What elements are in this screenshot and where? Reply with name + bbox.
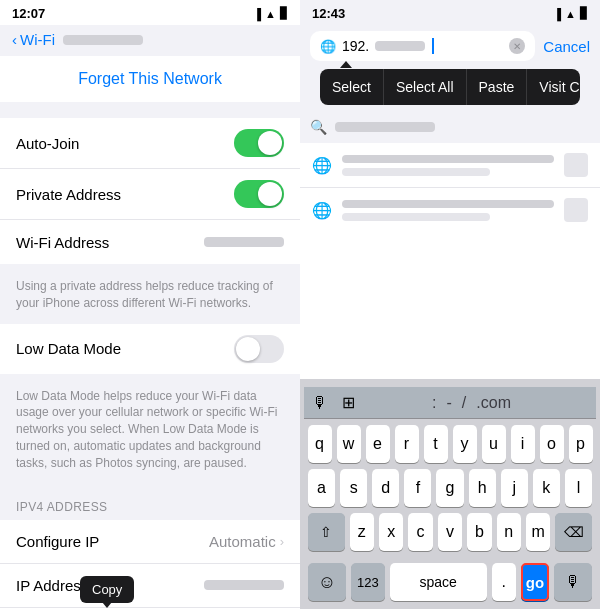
slash-key[interactable]: / bbox=[462, 394, 466, 412]
browser-row-1[interactable]: 🌐 bbox=[300, 143, 600, 188]
key-s[interactable]: s bbox=[340, 469, 367, 507]
search-icon: 🔍 bbox=[310, 119, 327, 135]
browser-title-2 bbox=[342, 213, 490, 221]
key-e[interactable]: e bbox=[366, 425, 390, 463]
browser-url-2 bbox=[342, 200, 554, 208]
dotcom-key[interactable]: .com bbox=[476, 394, 511, 412]
ip-address-value bbox=[204, 580, 284, 590]
browser-content-2 bbox=[342, 200, 554, 221]
address-input[interactable]: 🌐 192. ✕ bbox=[310, 31, 535, 61]
private-address-row: Private Address bbox=[0, 169, 300, 220]
ctx-select[interactable]: Select bbox=[320, 69, 384, 105]
grid-toolbar-icon[interactable]: ⊞ bbox=[342, 393, 355, 412]
key-h[interactable]: h bbox=[469, 469, 496, 507]
key-m[interactable]: m bbox=[526, 513, 550, 551]
private-address-desc: Using a private address helps reduce tra… bbox=[0, 272, 300, 324]
private-address-label: Private Address bbox=[16, 186, 121, 203]
cancel-button[interactable]: Cancel bbox=[543, 38, 590, 55]
browser-content-1 bbox=[342, 155, 554, 176]
shift-key[interactable]: ⇧ bbox=[308, 513, 345, 551]
key-f[interactable]: f bbox=[404, 469, 431, 507]
ctx-visit-link[interactable]: Visit Copied Link bbox=[527, 69, 580, 105]
kb-toolbar-mid: : - / .com bbox=[432, 394, 511, 412]
key-c[interactable]: c bbox=[408, 513, 432, 551]
space-key[interactable]: space bbox=[390, 563, 487, 601]
key-a[interactable]: a bbox=[308, 469, 335, 507]
browser-row-2[interactable]: 🌐 bbox=[300, 188, 600, 232]
key-w[interactable]: w bbox=[337, 425, 361, 463]
key-g[interactable]: g bbox=[436, 469, 463, 507]
status-bar-left: 12:07 ▐ ▲ ▊ bbox=[0, 0, 300, 25]
back-button[interactable]: ‹ Wi-Fi bbox=[12, 31, 55, 48]
kb-bottom-row: ☺ 123 space . go 🎙 bbox=[304, 563, 596, 605]
key-n[interactable]: n bbox=[497, 513, 521, 551]
ctx-paste[interactable]: Paste bbox=[467, 69, 528, 105]
wifi-address-row: Wi-Fi Address bbox=[0, 220, 300, 264]
numbers-key[interactable]: 123 bbox=[351, 563, 385, 601]
ipv4-header: IPV4 ADDRESS bbox=[0, 484, 300, 520]
kb-toolbar-left: 🎙 ⊞ bbox=[312, 393, 355, 412]
configure-ip-value: Automatic › bbox=[209, 533, 284, 550]
context-menu: Select Select All Paste Visit Copied Lin… bbox=[320, 69, 580, 105]
colon-key[interactable]: : bbox=[432, 394, 436, 412]
keyboard-toolbar: 🎙 ⊞ : - / .com bbox=[304, 387, 596, 419]
key-d[interactable]: d bbox=[372, 469, 399, 507]
dash-key[interactable]: - bbox=[447, 394, 452, 412]
clear-button[interactable]: ✕ bbox=[509, 38, 525, 54]
mic-key[interactable]: 🎙 bbox=[554, 563, 592, 601]
key-j[interactable]: j bbox=[501, 469, 528, 507]
emoji-key[interactable]: ☺ bbox=[308, 563, 346, 601]
search-section: 🔍 bbox=[300, 111, 600, 143]
mic-toolbar-icon[interactable]: 🎙 bbox=[312, 394, 328, 412]
forget-network-button[interactable]: Forget This Network bbox=[0, 56, 300, 102]
copy-tooltip[interactable]: Copy bbox=[80, 576, 134, 603]
key-x[interactable]: x bbox=[379, 513, 403, 551]
context-menu-container: Select Select All Paste Visit Copied Lin… bbox=[310, 67, 590, 107]
key-z[interactable]: z bbox=[350, 513, 374, 551]
configure-ip-label: Configure IP bbox=[16, 533, 99, 550]
key-v[interactable]: v bbox=[438, 513, 462, 551]
low-data-desc: Low Data Mode helps reduce your Wi-Fi da… bbox=[0, 382, 300, 484]
left-panel: 12:07 ▐ ▲ ▊ ‹ Wi-Fi Forget This Network … bbox=[0, 0, 300, 609]
delete-key[interactable]: ⌫ bbox=[555, 513, 592, 551]
key-p[interactable]: p bbox=[569, 425, 593, 463]
browser-url-1 bbox=[342, 155, 554, 163]
right-panel: 12:43 ▐ ▲ ▊ 🌐 192. ✕ Cancel Select Selec… bbox=[300, 0, 600, 609]
back-label: Wi-Fi bbox=[20, 31, 55, 48]
cursor-bar bbox=[432, 38, 434, 54]
key-k[interactable]: k bbox=[533, 469, 560, 507]
low-data-row: Low Data Mode bbox=[0, 324, 300, 374]
key-q[interactable]: q bbox=[308, 425, 332, 463]
keyboard: 🎙 ⊞ : - / .com q w e r t y u i o bbox=[300, 379, 600, 609]
ip-address-row: IP Address bbox=[0, 564, 300, 608]
auto-join-toggle[interactable] bbox=[234, 129, 284, 157]
time-right: 12:43 bbox=[312, 6, 345, 21]
kb-row-1: q w e r t y u i o p bbox=[308, 425, 592, 463]
period-key[interactable]: . bbox=[492, 563, 516, 601]
key-b[interactable]: b bbox=[467, 513, 491, 551]
chevron-icon: › bbox=[280, 534, 284, 549]
key-r[interactable]: r bbox=[395, 425, 419, 463]
go-key[interactable]: go bbox=[521, 563, 549, 601]
address-left: 🌐 192. bbox=[320, 38, 434, 54]
wifi-icon: ▲ bbox=[265, 8, 276, 20]
ctx-select-all[interactable]: Select All bbox=[384, 69, 467, 105]
kb-row-2: a s d f g h j k l bbox=[308, 469, 592, 507]
configure-ip-row[interactable]: Configure IP Automatic › bbox=[0, 520, 300, 564]
key-l[interactable]: l bbox=[565, 469, 592, 507]
key-y[interactable]: y bbox=[453, 425, 477, 463]
key-o[interactable]: o bbox=[540, 425, 564, 463]
nav-title-blurred bbox=[63, 35, 143, 45]
status-icons-right: ▐ ▲ ▊ bbox=[553, 7, 588, 20]
wifi-address-value bbox=[204, 237, 284, 247]
key-t[interactable]: t bbox=[424, 425, 448, 463]
signal-icon: ▐ bbox=[253, 8, 261, 20]
key-i[interactable]: i bbox=[511, 425, 535, 463]
status-bar-right: 12:43 ▐ ▲ ▊ bbox=[300, 0, 600, 25]
battery-icon-right: ▊ bbox=[580, 7, 588, 20]
low-data-toggle[interactable] bbox=[234, 335, 284, 363]
nav-header: ‹ Wi-Fi bbox=[0, 25, 300, 56]
key-u[interactable]: u bbox=[482, 425, 506, 463]
private-address-toggle[interactable] bbox=[234, 180, 284, 208]
battery-icon: ▊ bbox=[280, 7, 288, 20]
